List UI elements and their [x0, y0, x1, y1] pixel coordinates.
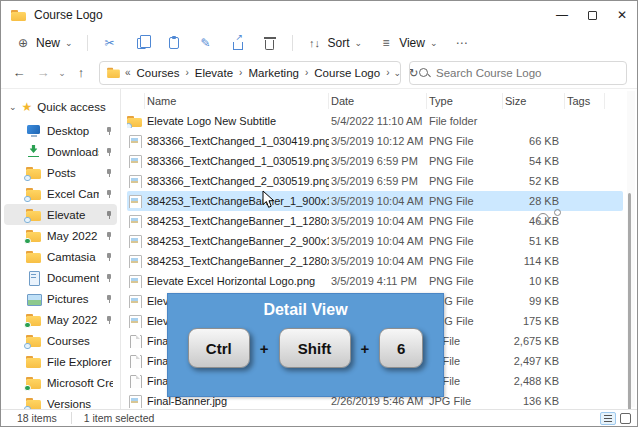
- window-title: Course Logo: [34, 8, 103, 22]
- breadcrumb-item-courses[interactable]: Courses: [135, 67, 182, 79]
- file-date: 3/5/2019 10:12 AM: [329, 135, 427, 147]
- pin-icon: [105, 231, 113, 240]
- copy-icon: [134, 35, 150, 51]
- file-size: 136 KB: [503, 395, 565, 407]
- table-row[interactable]: 383366_TextChanged_1_030519.png 3/5/2019…: [127, 151, 623, 171]
- table-row[interactable]: Elevate Logo New Subtitle 5/4/2022 11:10…: [127, 111, 623, 131]
- sort-icon: ↑↓: [307, 35, 323, 51]
- sidebar-item-icon: [26, 292, 41, 305]
- pin-icon: [105, 315, 113, 324]
- sidebar-item-excel-campus[interactable]: Excel Campus: [4, 183, 117, 204]
- toolbar-divider: [292, 35, 293, 51]
- table-row[interactable]: 383366_TextChanged_1_030419.png 3/5/2019…: [127, 131, 623, 151]
- file-type-icon: [127, 275, 142, 288]
- sidebar-item-label: Camtasia Studio: [47, 251, 99, 263]
- table-row[interactable]: 383366_TextChanged_2_030519.png 3/5/2019…: [127, 171, 623, 191]
- breadcrumb-item-course-logo[interactable]: Course Logo: [312, 67, 382, 79]
- table-row[interactable]: 384253_TextChangeBanner_1_900x152_030419…: [127, 191, 623, 211]
- sidebar-item-icon: [26, 187, 41, 200]
- share-button[interactable]: [222, 32, 254, 54]
- file-size: 2,497 KB: [503, 355, 565, 367]
- sidebar-item-label: Versions: [47, 398, 113, 410]
- more-options-button[interactable]: ⋯: [445, 32, 477, 54]
- status-bar: 18 items 1 item selected: [1, 409, 637, 426]
- file-type: PNG File: [427, 275, 503, 287]
- file-type-icon: [127, 395, 142, 408]
- search-box[interactable]: [409, 61, 627, 85]
- rename-button[interactable]: ✎: [190, 32, 222, 54]
- table-row[interactable]: 384253_TextChangeBanner_2_1280x720_03041…: [127, 251, 623, 271]
- maximize-button[interactable]: [577, 1, 607, 29]
- chevron-down-icon: ⌄: [355, 38, 363, 48]
- breadcrumb[interactable]: « Courses › Elevate › Marketing › Course…: [99, 61, 401, 85]
- sidebar-item-posts[interactable]: Posts: [4, 162, 117, 183]
- breadcrumb-overflow[interactable]: «: [125, 67, 131, 78]
- sidebar-item-pictures[interactable]: Pictures: [4, 288, 117, 309]
- column-header-type[interactable]: Type: [427, 93, 503, 109]
- view-button[interactable]: ≡ View ⌄: [370, 32, 445, 54]
- file-size: 114 KB: [503, 255, 565, 267]
- thumbnails-view-toggle[interactable]: [620, 413, 631, 424]
- sidebar-item-label: May 2022 Event: [47, 314, 99, 326]
- navigation-pane: ⌄ ★ Quick access Desktop Downloads Posts…: [1, 89, 121, 409]
- file-name: 384253_TextChangeBanner_2_900x175_030419…: [145, 235, 329, 247]
- minimize-button[interactable]: —: [547, 1, 577, 29]
- click-indicator-circle: [537, 213, 549, 225]
- file-type-icon: [127, 175, 142, 188]
- sidebar-item-documents[interactable]: Documents: [4, 267, 117, 288]
- up-button[interactable]: ↑: [69, 65, 93, 80]
- cut-icon: ✂: [102, 35, 118, 51]
- file-type-icon: [127, 315, 142, 328]
- address-dropdown-chevron[interactable]: ⌄: [393, 68, 401, 78]
- column-header-tags[interactable]: Tags: [565, 93, 605, 109]
- column-header-size[interactable]: Size: [503, 93, 565, 109]
- breadcrumb-item-elevate[interactable]: Elevate: [193, 67, 235, 79]
- sidebar-item-icon: [26, 376, 41, 389]
- sidebar-item-icon: [26, 124, 41, 137]
- cut-button[interactable]: ✂: [94, 32, 126, 54]
- sidebar-item-microsoft-creators-v[interactable]: Microsoft Creators V: [4, 372, 117, 393]
- column-header-name[interactable]: Name: [145, 93, 329, 109]
- paste-button[interactable]: [158, 32, 190, 54]
- details-view-toggle[interactable]: [600, 412, 616, 425]
- six-keycap: 6: [379, 328, 423, 368]
- sidebar-item-elevate[interactable]: Elevate: [4, 204, 117, 225]
- search-input[interactable]: [436, 67, 596, 79]
- file-type-icon: [127, 255, 142, 268]
- file-type: PNG File: [427, 135, 503, 147]
- file-size: 28 KB: [503, 195, 565, 207]
- sidebar-item-courses[interactable]: Courses: [4, 330, 117, 351]
- back-button[interactable]: ←: [7, 65, 31, 80]
- sidebar-item-downloads[interactable]: Downloads: [4, 141, 117, 162]
- close-button[interactable]: ✕: [607, 1, 637, 29]
- file-size: 52 KB: [503, 175, 565, 187]
- sidebar-item-camtasia-studio[interactable]: Camtasia Studio: [4, 246, 117, 267]
- chevron-down-icon[interactable]: ⌄: [9, 102, 17, 112]
- copy-button[interactable]: [126, 32, 158, 54]
- sidebar-item-file-explorer-shortcu[interactable]: File Explorer Shortcu: [4, 351, 117, 372]
- sidebar-item-desktop[interactable]: Desktop: [4, 120, 117, 141]
- delete-button[interactable]: [254, 32, 286, 54]
- view-icon: ≡: [378, 35, 394, 51]
- table-row[interactable]: 384253_TextChangeBanner_2_900x175_030419…: [127, 231, 623, 251]
- sidebar-item-may-2022-event[interactable]: May 2022 Event: [4, 309, 117, 330]
- file-type-icon: [127, 135, 142, 148]
- quick-access-label: Quick access: [37, 101, 105, 113]
- sort-button[interactable]: ↑↓ Sort ⌄: [299, 32, 371, 54]
- scrollbar-thumb[interactable]: [628, 193, 631, 427]
- items-count: 18 items: [1, 412, 57, 424]
- sidebar-item-versions[interactable]: Versions: [4, 393, 117, 409]
- table-row[interactable]: Elevate Excel Horizontal Logo.png 3/5/20…: [127, 271, 623, 291]
- sidebar-item-quick-access[interactable]: ⌄ ★ Quick access: [1, 97, 120, 120]
- recent-locations-button[interactable]: ⌄: [55, 68, 69, 78]
- sidebar-item-may-2022[interactable]: May 2022: [4, 225, 117, 246]
- breadcrumb-item-marketing[interactable]: Marketing: [246, 67, 301, 79]
- column-header-date[interactable]: Date: [329, 93, 427, 109]
- file-name: Elevate Logo New Subtitle: [145, 115, 329, 127]
- forward-button[interactable]: →: [31, 65, 55, 80]
- new-button[interactable]: ⊕ New ⌄: [7, 32, 81, 54]
- ctrl-keycap: Ctrl: [188, 328, 250, 368]
- vertical-scrollbar[interactable]: [627, 91, 635, 407]
- file-type-icon: [127, 335, 142, 348]
- pin-icon: [105, 210, 113, 219]
